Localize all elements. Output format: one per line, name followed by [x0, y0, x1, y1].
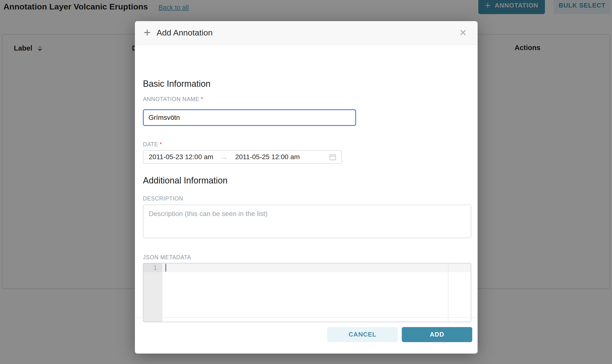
- date-end-value[interactable]: 2011-05-25 12:00 am: [235, 153, 300, 161]
- required-asterisk: *: [160, 141, 162, 147]
- section-heading-additional: Additional Information: [143, 175, 227, 186]
- date-range-picker[interactable]: 2011-05-23 12:00 am → 2011-05-25 12:00 a…: [143, 150, 342, 164]
- cancel-button[interactable]: CANCEL: [327, 327, 398, 342]
- section-heading-basic: Basic Information: [143, 79, 210, 89]
- editor-gutter: [143, 263, 162, 322]
- modal-body: Basic Information ANNOTATION NAME* DATE*…: [135, 45, 478, 353]
- date-start-value[interactable]: 2011-05-23 12:00 am: [149, 153, 213, 161]
- json-metadata-editor[interactable]: 1: [143, 263, 471, 322]
- add-annotation-modal: + Add Annotation ✕ Basic Information ANN…: [135, 21, 478, 353]
- modal-header: + Add Annotation ✕: [135, 21, 478, 45]
- editor-active-line: [163, 263, 471, 272]
- json-metadata-label: JSON METADATA: [143, 254, 191, 261]
- add-button[interactable]: ADD: [402, 327, 472, 342]
- annotation-name-label: ANNOTATION NAME*: [143, 96, 203, 103]
- editor-line-number: 1: [143, 263, 162, 272]
- editor-print-margin: [448, 263, 448, 322]
- description-label: DESCRIPTION: [143, 195, 183, 202]
- annotation-name-input[interactable]: [143, 109, 356, 126]
- editor-text-cursor: [165, 264, 166, 272]
- date-label: DATE*: [143, 141, 162, 148]
- required-asterisk: *: [201, 96, 203, 102]
- modal-title: Add Annotation: [156, 28, 213, 38]
- calendar-icon: [329, 154, 336, 160]
- modal-footer: CANCEL ADD: [135, 317, 478, 353]
- close-icon[interactable]: ✕: [459, 27, 467, 38]
- description-textarea[interactable]: [143, 205, 471, 238]
